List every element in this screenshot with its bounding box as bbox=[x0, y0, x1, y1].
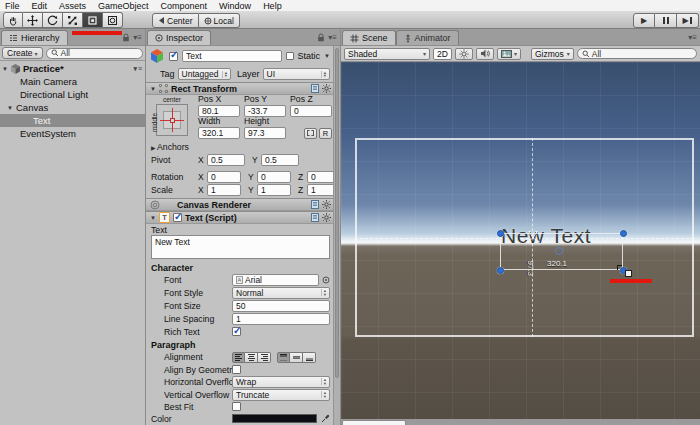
fold-open-icon[interactable]: ▼ bbox=[2, 66, 8, 72]
scene-search-input[interactable]: All bbox=[577, 48, 697, 59]
blueprint-mode-button[interactable] bbox=[304, 128, 317, 139]
move-tool-button[interactable] bbox=[23, 12, 43, 28]
best-fit-checkbox[interactable] bbox=[232, 402, 241, 411]
selection-handle-top-left[interactable] bbox=[497, 230, 504, 237]
hierarchy-item-directional-light[interactable]: Directional Light bbox=[0, 88, 145, 101]
fold-open-icon[interactable]: ▼ bbox=[150, 215, 156, 221]
line-spacing-field[interactable]: 1 bbox=[232, 313, 330, 325]
lock-icon[interactable] bbox=[122, 33, 130, 42]
font-object-field[interactable]: Arial bbox=[232, 274, 319, 286]
lock-icon[interactable] bbox=[317, 33, 325, 42]
anchor-preset-widget[interactable]: center middle bbox=[152, 96, 192, 136]
gizmos-dropdown[interactable]: Gizmos ▾ bbox=[531, 48, 574, 60]
text-script-header[interactable]: ▼ T ✓ Text (Script) bbox=[146, 211, 340, 224]
width-field[interactable]: 320.1 bbox=[198, 127, 240, 139]
pivot-center-button[interactable]: Center bbox=[152, 13, 199, 28]
tab-inspector[interactable]: Inspector bbox=[147, 30, 211, 45]
panel-menu-icon[interactable]: ▾≡ bbox=[328, 33, 337, 42]
selection-handle-bottom-left[interactable] bbox=[497, 267, 504, 274]
fold-open-icon[interactable]: ▼ bbox=[150, 86, 156, 92]
pivot-local-button[interactable]: Local bbox=[199, 13, 240, 28]
step-button[interactable]: ▶ bbox=[677, 13, 699, 28]
selection-handle-top-right[interactable] bbox=[620, 230, 627, 237]
menu-edit[interactable]: Edit bbox=[32, 1, 48, 11]
menu-gameobject[interactable]: GameObject bbox=[98, 1, 149, 11]
align-center-button[interactable] bbox=[245, 352, 258, 363]
scene-viewport[interactable]: New Text 320.1 97.3 bbox=[341, 62, 700, 419]
shading-mode-dropdown[interactable]: Shaded ▾ bbox=[344, 48, 430, 60]
menu-window[interactable]: Window bbox=[219, 1, 251, 11]
menu-assets[interactable]: Assets bbox=[59, 1, 86, 11]
transform-tool-button[interactable] bbox=[103, 12, 123, 28]
menu-file[interactable]: File bbox=[5, 1, 20, 11]
scale-tool-button[interactable] bbox=[63, 12, 83, 28]
lighting-toggle-button[interactable] bbox=[455, 48, 473, 60]
hierarchy-item-text[interactable]: Text bbox=[0, 114, 145, 127]
menu-help[interactable]: Help bbox=[263, 1, 282, 11]
font-style-dropdown[interactable]: Normal ▴▾ bbox=[232, 287, 330, 299]
rich-text-checkbox[interactable]: ✓ bbox=[232, 327, 241, 336]
panel-menu-icon[interactable]: ▾≡ bbox=[688, 33, 697, 42]
hierarchy-item-eventsystem[interactable]: EventSystem bbox=[0, 127, 145, 140]
horizontal-overflow-dropdown[interactable]: Wrap ▴▾ bbox=[232, 376, 330, 388]
hierarchy-item-main-camera[interactable]: Main Camera bbox=[0, 75, 145, 88]
static-dropdown-icon[interactable]: ▼ bbox=[324, 53, 330, 59]
raw-mode-button[interactable]: R bbox=[319, 128, 332, 139]
vertical-overflow-dropdown[interactable]: Truncate ▴▾ bbox=[232, 389, 330, 401]
align-left-button[interactable] bbox=[232, 352, 245, 363]
tab-hierarchy[interactable]: Hierarchy bbox=[1, 30, 68, 45]
gear-icon[interactable] bbox=[322, 213, 331, 222]
pivot-y-field[interactable]: 0.5 bbox=[261, 154, 299, 166]
2d-toggle-button[interactable]: 2D bbox=[433, 48, 452, 60]
align-middle-button[interactable] bbox=[290, 352, 303, 363]
tab-scene[interactable]: Scene bbox=[342, 30, 396, 45]
height-field[interactable]: 97.3 bbox=[244, 127, 286, 139]
tab-animator[interactable]: Animator bbox=[396, 30, 459, 45]
reference-doc-icon[interactable] bbox=[311, 84, 319, 93]
hierarchy-search-input[interactable]: All bbox=[46, 48, 143, 59]
fold-open-icon[interactable]: ▼ bbox=[7, 105, 13, 111]
layer-dropdown[interactable]: UI ▴▾ bbox=[263, 68, 330, 80]
audio-toggle-button[interactable] bbox=[476, 48, 494, 60]
eyedropper-icon[interactable] bbox=[321, 414, 330, 423]
pivot-x-field[interactable]: 0.5 bbox=[207, 154, 245, 166]
pos-z-field[interactable]: 0 bbox=[290, 105, 332, 117]
pause-button[interactable] bbox=[655, 13, 677, 28]
object-picker-icon[interactable] bbox=[322, 276, 330, 284]
hierarchy-item-canvas[interactable]: ▼ Canvas bbox=[0, 101, 145, 114]
align-bottom-button[interactable] bbox=[303, 352, 316, 363]
active-checkbox[interactable]: ✓ bbox=[169, 52, 178, 61]
gameobject-name-field[interactable]: Text bbox=[182, 50, 282, 62]
effects-dropdown[interactable]: ▾ bbox=[497, 48, 521, 60]
rotation-x-field[interactable]: 0 bbox=[207, 171, 241, 183]
align-by-geometry-checkbox[interactable] bbox=[232, 365, 241, 374]
canvas-renderer-header[interactable]: Canvas Renderer bbox=[146, 198, 340, 211]
scale-x-field[interactable]: 1 bbox=[207, 184, 241, 196]
gear-icon[interactable] bbox=[322, 200, 331, 209]
create-button[interactable]: Create ▾ bbox=[2, 47, 43, 59]
pivot-gizmo[interactable] bbox=[555, 247, 563, 255]
hierarchy-item-scene-practice[interactable]: ▼ Practice* ▾≡ bbox=[0, 62, 145, 75]
gear-icon[interactable] bbox=[322, 84, 331, 93]
inspector-scrollbar[interactable] bbox=[333, 46, 340, 425]
reference-doc-icon[interactable] bbox=[311, 213, 319, 222]
font-size-field[interactable]: 50 bbox=[232, 300, 330, 312]
static-checkbox[interactable] bbox=[286, 52, 294, 60]
tag-dropdown[interactable]: Untagged ▴▾ bbox=[178, 68, 232, 80]
resize-handle[interactable] bbox=[625, 270, 632, 277]
scene-context-menu-icon[interactable]: ▾≡ bbox=[133, 65, 142, 73]
align-right-button[interactable] bbox=[258, 352, 271, 363]
align-top-button[interactable] bbox=[277, 352, 290, 363]
panel-menu-icon[interactable]: ▾≡ bbox=[133, 33, 142, 42]
text-value-textarea[interactable]: New Text bbox=[151, 235, 330, 259]
rotate-tool-button[interactable] bbox=[43, 12, 63, 28]
hand-tool-button[interactable] bbox=[3, 12, 23, 28]
rotation-y-field[interactable]: 0 bbox=[257, 171, 291, 183]
play-button[interactable]: ▶ bbox=[633, 13, 655, 28]
color-swatch[interactable] bbox=[232, 414, 317, 423]
menu-component[interactable]: Component bbox=[161, 1, 208, 11]
anchors-foldout[interactable]: ▶ Anchors bbox=[146, 141, 340, 153]
reference-doc-icon[interactable] bbox=[311, 200, 319, 209]
component-enabled-checkbox[interactable]: ✓ bbox=[173, 213, 182, 222]
scale-y-field[interactable]: 1 bbox=[257, 184, 291, 196]
